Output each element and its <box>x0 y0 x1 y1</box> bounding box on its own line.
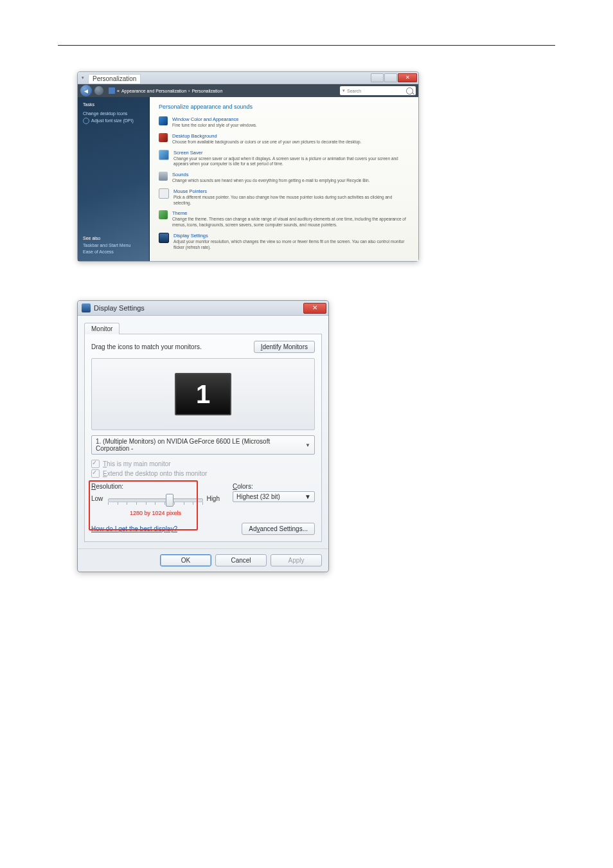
mouse-icon <box>159 188 169 199</box>
item-mouse-pointers: Mouse PointersPick a different mouse poi… <box>159 188 409 206</box>
nav-back-button[interactable]: ◄ <box>80 85 92 96</box>
slider-high-label: High <box>206 495 220 502</box>
tasks-sidebar: Tasks Change desktop icons Adjust font s… <box>78 97 150 261</box>
chevron-down-icon: ▼ <box>305 493 311 500</box>
see-also-taskbar[interactable]: Taskbar and Start Menu <box>83 243 144 248</box>
desktop-background-icon <box>159 133 168 142</box>
tab-strip: Monitor <box>84 320 322 334</box>
advanced-settings-button[interactable]: Advanced Settings... <box>242 523 315 535</box>
link-mouse-pointers[interactable]: Mouse Pointers <box>173 188 207 194</box>
chevron-down-icon: ▼ <box>305 442 310 448</box>
search-input[interactable]: ▾Search <box>340 86 416 95</box>
maximize-button[interactable] <box>384 73 397 82</box>
minimize-button[interactable] <box>371 73 384 82</box>
title-dropdown-icon: ▾ <box>82 75 84 80</box>
item-window-color: Window Color and AppearanceFine tune the… <box>159 116 409 129</box>
screen-saver-icon <box>159 150 169 160</box>
monitor-arrangement-area[interactable]: 1 <box>91 358 315 430</box>
item-display-settings: Display SettingsAdjust your monitor reso… <box>159 233 409 251</box>
display-settings-dialog: Display Settings Monitor Drag the icons … <box>77 300 329 572</box>
drag-instruction: Drag the icons to match your monitors. <box>91 343 202 350</box>
resolution-slider[interactable]: Low High <box>91 491 220 508</box>
link-desktop-background[interactable]: Desktop Background <box>172 133 217 139</box>
see-also-ease-of-access[interactable]: Ease of Access <box>83 249 144 254</box>
colors-label: Colors: <box>233 483 315 490</box>
item-screen-saver: Screen SaverChange your screen saver or … <box>159 150 409 168</box>
link-display-settings[interactable]: Display Settings <box>173 233 208 239</box>
checkbox-icon <box>91 469 100 478</box>
resolution-label: Resolution: <box>91 483 220 490</box>
monitor-1-icon[interactable]: 1 <box>175 373 231 415</box>
search-icon <box>406 87 413 95</box>
apply-button: Apply <box>271 554 322 566</box>
window-color-icon <box>159 116 168 125</box>
breadcrumb[interactable]: « Appearance and Personalization › Perso… <box>106 87 337 94</box>
item-theme: ThemeChange the theme. Themes can change… <box>159 210 409 228</box>
checkbox-extend-desktop: Extend the desktop onto this monitor <box>91 469 315 478</box>
dialog-title: Display Settings <box>94 304 145 312</box>
link-screen-saver[interactable]: Screen Saver <box>173 150 202 156</box>
sidebar-link-adjust-font-size[interactable]: Adjust font size (DPI) <box>83 118 144 124</box>
monitor-tab-panel: Drag the icons to match your monitors. I… <box>84 334 322 542</box>
display-settings-title-icon <box>82 303 91 312</box>
link-window-color[interactable]: Window Color and Appearance <box>172 116 238 122</box>
dialog-footer: OK Cancel Apply <box>78 548 328 572</box>
monitor-select-dropdown[interactable]: 1. (Multiple Monitors) on NVIDIA GeForce… <box>91 435 315 455</box>
nav-forward-button[interactable] <box>94 86 103 95</box>
see-also-header: See also <box>83 236 144 240</box>
control-panel-icon <box>109 87 115 94</box>
resolution-block: Resolution: Low High 1280 by 1024 pixels <box>91 483 220 516</box>
slider-low-label: Low <box>91 495 103 502</box>
slider-thumb[interactable] <box>166 494 173 507</box>
colors-block: Colors: Highest (32 bit) ▼ <box>233 483 315 502</box>
tasks-header: Tasks <box>83 102 144 107</box>
title-tab[interactable]: Personalization <box>88 74 141 84</box>
item-sounds: SoundsChange which sounds are heard when… <box>159 172 409 184</box>
identify-monitors-button[interactable]: Identify Monitors <box>254 341 315 353</box>
help-link-best-display[interactable]: How do I get the best display? <box>91 525 177 532</box>
display-settings-icon <box>159 233 169 243</box>
sounds-icon <box>159 172 168 181</box>
item-desktop-background: Desktop BackgroundChoose from available … <box>159 133 409 145</box>
dialog-close-button[interactable] <box>303 303 326 314</box>
colors-dropdown[interactable]: Highest (32 bit) ▼ <box>233 491 315 502</box>
tab-monitor[interactable]: Monitor <box>84 323 120 334</box>
address-bar: ◄ « Appearance and Personalization › Per… <box>78 84 418 97</box>
checkbox-main-monitor: This is my main monitor <box>91 460 315 468</box>
page-heading: Personalize appearance and sounds <box>159 104 409 110</box>
link-sounds[interactable]: Sounds <box>172 172 188 177</box>
resolution-readout: 1280 by 1024 pixels <box>91 510 220 516</box>
dialog-titlebar: Display Settings <box>78 301 328 316</box>
link-theme[interactable]: Theme <box>172 210 187 216</box>
sidebar-link-change-desktop-icons[interactable]: Change desktop icons <box>83 111 144 116</box>
window-titlebar: ▾ Personalization <box>78 72 418 84</box>
checkbox-icon <box>91 460 100 468</box>
page-rule <box>58 45 555 46</box>
theme-icon <box>159 210 168 219</box>
ok-button[interactable]: OK <box>160 554 211 566</box>
close-button[interactable] <box>398 73 417 82</box>
personalization-window: ▾ Personalization ◄ « Appearance and Per… <box>77 71 419 262</box>
cancel-button[interactable]: Cancel <box>215 554 267 566</box>
bullet-icon <box>83 118 89 124</box>
main-content: Personalize appearance and sounds Window… <box>150 97 418 261</box>
